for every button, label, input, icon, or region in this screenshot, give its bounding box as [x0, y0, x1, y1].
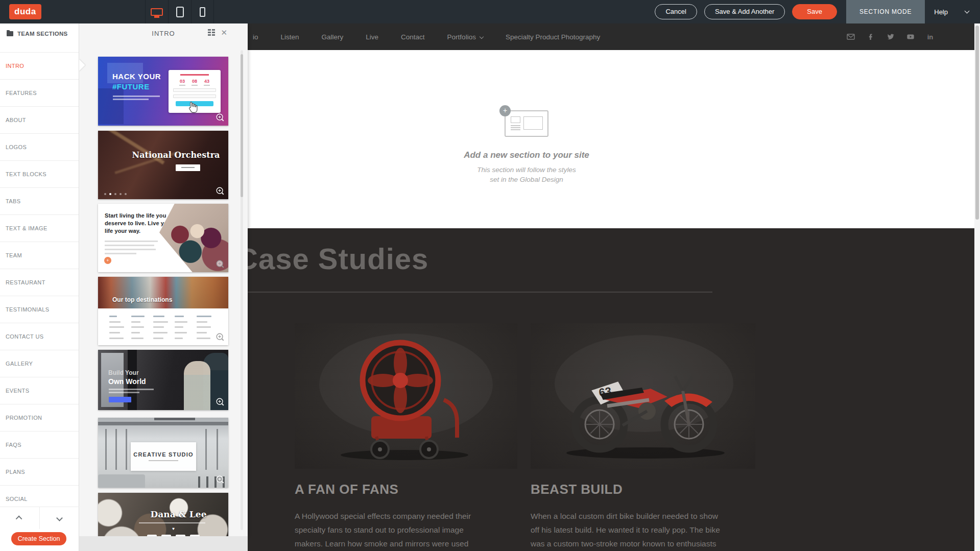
sidebar-item-faqs[interactable]: FAQS [0, 431, 79, 458]
sidebar-item-tabs[interactable]: TABS [0, 187, 79, 214]
create-section-button[interactable]: Create Section [11, 532, 66, 545]
main-scrollbar[interactable] [974, 23, 980, 551]
zoom-preview-icon[interactable] [216, 186, 225, 196]
case-card-title: A FAN OF FANS [295, 482, 398, 497]
sidebar-item-contact-us[interactable]: CONTACT US [0, 323, 79, 350]
linkedin-icon[interactable]: in [926, 33, 935, 41]
fan-machine-image [295, 323, 517, 469]
case-studies-title: Case Studies [236, 242, 428, 276]
zoom-preview-icon[interactable] [216, 259, 225, 269]
sidebar-header-label: TEAM SECTIONS [17, 31, 67, 37]
twitter-icon[interactable] [886, 33, 895, 41]
sidebar-item-promotion[interactable]: PROMOTION [0, 404, 79, 431]
sidebar-item-text-blocks[interactable]: TEXT BLOCKS [0, 160, 79, 187]
nav-item-listen[interactable]: Listen [281, 33, 299, 41]
chevron-down-icon [56, 515, 63, 521]
section-thumb-build-your-own-world[interactable]: Build Your Own World [98, 350, 228, 410]
nav-item-partial[interactable]: io [253, 33, 258, 41]
plus-icon: + [499, 105, 511, 116]
sidebar-item-logos[interactable]: LOGOS [0, 133, 79, 160]
cancel-button[interactable]: Cancel [655, 4, 697, 19]
nav-item-gallery[interactable]: Gallery [322, 33, 344, 41]
placeholder-title: Add a new section to your site [419, 150, 634, 160]
thumb-title: Build Your [108, 369, 139, 376]
divider [236, 292, 712, 293]
sidebar-item-gallery[interactable]: GALLERY [0, 350, 79, 377]
section-thumb-national-orchestra[interactable]: National Orchestra [98, 131, 228, 199]
sidebar-item-events[interactable]: EVENTS [0, 377, 79, 404]
thumb-title: National Orchestra [98, 150, 228, 160]
mobile-icon [200, 7, 205, 17]
sidebar-pager [0, 507, 79, 529]
thumb-title: Dana & Lee [98, 509, 228, 519]
mobile-view-tab[interactable] [191, 0, 214, 23]
mini-button [109, 397, 131, 402]
zoom-preview-icon[interactable] [216, 397, 225, 406]
nav-item-live[interactable]: Live [366, 33, 378, 41]
placeholder-subtitle: This section will follow the styles set … [419, 165, 634, 184]
nav-item-specialty-product-photography[interactable]: Specialty Product Photography [506, 33, 600, 41]
desktop-view-tab[interactable] [145, 0, 168, 23]
heart-icon: ♥ [98, 526, 228, 531]
sidebar-item-plans[interactable]: PLANS [0, 458, 79, 485]
folder-icon [7, 31, 13, 36]
save-button[interactable]: Save [792, 4, 837, 19]
chevron-down-icon [965, 9, 970, 14]
panel-header: INTRO ✕ [79, 23, 248, 43]
tablet-view-tab[interactable] [168, 0, 191, 23]
chevron-up-icon [16, 516, 22, 522]
sidebar-item-restaurant[interactable]: RESTAURANT [0, 269, 79, 296]
zoom-preview-icon[interactable] [216, 475, 225, 484]
email-icon[interactable] [846, 33, 855, 41]
panel-gap [79, 536, 248, 551]
device-switcher [145, 0, 214, 23]
sidebar-items: INTROFEATURESABOUTLOGOSTEXT BLOCKSTABSTE… [0, 52, 79, 512]
zoom-preview-icon[interactable] [216, 113, 225, 122]
panel-scrollbar[interactable] [241, 50, 243, 530]
thumb-title: Our top destinations [112, 296, 172, 303]
sidebar-item-about[interactable]: ABOUT [0, 106, 79, 133]
carousel-dots [104, 193, 127, 195]
section-thumb-hack-your-future[interactable]: HACK YOUR #FUTURE 03 08 43 [98, 57, 228, 126]
section-thumb-top-destinations[interactable]: Our top destinations [98, 277, 228, 345]
mini-round-button: + [104, 257, 111, 264]
scroll-up-button[interactable] [0, 507, 40, 529]
studio-card: CREATIVE STUDIO [131, 442, 196, 471]
save-add-another-button[interactable]: Save & Add Another [704, 4, 785, 19]
site-social-icons: in [846, 23, 935, 50]
dirt-bike-image: 63 [531, 323, 755, 469]
intro-sections-panel: INTRO ✕ HACK YOUR #FUTURE 03 08 43 [79, 23, 248, 536]
duda-editor-screen: io ListenGalleryLiveContactPortfoliosSpe… [0, 0, 980, 551]
sidebar-item-features[interactable]: FEATURES [0, 79, 79, 106]
youtube-icon[interactable] [906, 33, 915, 41]
duda-logo: duda [9, 4, 41, 19]
case-card-body: A Hollywood special effects company need… [295, 509, 474, 551]
section-thumb-start-living[interactable]: Start living the life you deserve to liv… [98, 204, 228, 272]
sidebar-item-intro[interactable]: INTRO [0, 52, 79, 79]
facebook-icon[interactable] [866, 33, 875, 41]
sidebar-item-team[interactable]: TEAM [0, 242, 79, 269]
sidebar-item-testimonials[interactable]: TESTIMONIALS [0, 296, 79, 323]
sidebar-item-text-image[interactable]: TEXT & IMAGE [0, 214, 79, 242]
grid-view-icon[interactable] [208, 29, 216, 36]
scroll-down-button[interactable] [40, 507, 79, 529]
editor-top-bar: duda Cancel Save & Add Another Save SECT… [0, 0, 980, 23]
tablet-icon [176, 7, 184, 17]
mini-button [176, 164, 200, 171]
case-card-body: When a local custom dirt bike builder ne… [531, 509, 723, 550]
help-menu[interactable]: Help [925, 0, 980, 23]
site-nav-items: io ListenGalleryLiveContactPortfoliosSpe… [253, 23, 600, 50]
section-thumb-creative-studio[interactable]: CREATIVE STUDIO [98, 418, 228, 488]
add-section-placeholder: + Add a new section to your site This se… [419, 110, 634, 184]
case-card-title: BEAST BUILD [531, 482, 623, 497]
section-layout-icon: + [505, 110, 548, 137]
section-thumb-dana-and-lee[interactable]: Dana & Lee ♥ [98, 493, 228, 536]
thumb-title: HACK YOUR [112, 72, 161, 81]
nav-item-portfolios[interactable]: Portfolios [447, 33, 483, 41]
close-icon[interactable]: ✕ [221, 29, 227, 36]
nav-item-contact[interactable]: Contact [401, 33, 425, 41]
street-photo [98, 277, 228, 308]
zoom-preview-icon[interactable] [216, 332, 225, 342]
thumb-subtitle: Own World [108, 377, 146, 386]
chevron-down-icon [480, 34, 484, 38]
